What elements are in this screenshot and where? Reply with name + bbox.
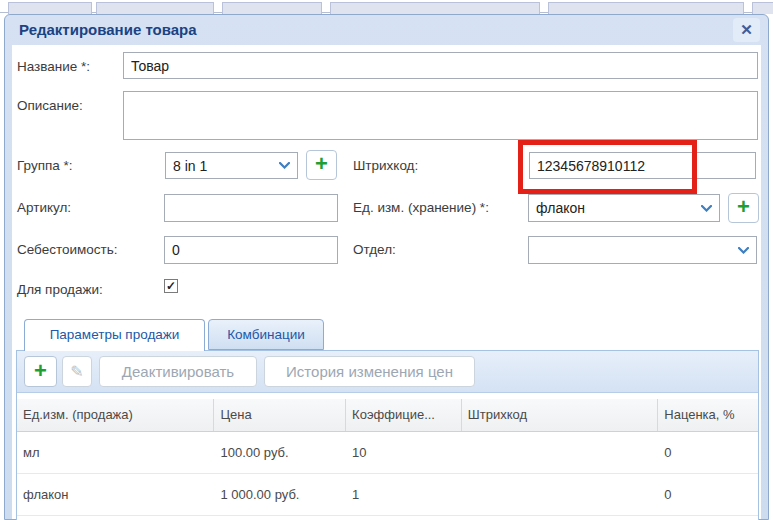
storage-unit-select-value: флакон: [536, 200, 701, 216]
price-history-button[interactable]: История изменения цен: [264, 356, 475, 387]
sale-units-grid: Ед.изм. (продажа)ЦенаКоэффицие...Штрихко…: [17, 399, 758, 520]
add-row-button[interactable]: +: [24, 356, 57, 387]
table-body: мл100.00 руб.100флакон1 000.00 руб.10: [17, 432, 758, 516]
name-input[interactable]: [123, 52, 758, 79]
column-header[interactable]: Ед.изм. (продажа): [17, 399, 214, 431]
column-header[interactable]: Цена: [214, 399, 346, 431]
storage-unit-label: Ед. изм. (хранение) *:: [353, 200, 489, 215]
chevron-down-icon: [738, 247, 749, 254]
description-input[interactable]: [123, 91, 758, 140]
group-label: Группа *:: [17, 158, 73, 173]
background-tab[interactable]: [8, 2, 92, 14]
add-group-button[interactable]: +: [306, 150, 337, 180]
chevron-down-icon: [701, 205, 712, 212]
column-header[interactable]: Штрихкод: [462, 399, 658, 431]
background-tab-strip: [0, 0, 773, 13]
table-row[interactable]: флакон1 000.00 руб.10: [17, 474, 758, 516]
group-select[interactable]: 8 in 1: [165, 152, 298, 179]
table-header-row: Ед.изм. (продажа)ЦенаКоэффицие...Штрихко…: [17, 399, 758, 432]
table-cell: 0: [658, 432, 758, 473]
add-storage-unit-button[interactable]: +: [728, 193, 759, 223]
table-cell: 1 000.00 руб.: [214, 474, 346, 515]
column-header[interactable]: Наценка, %: [658, 399, 758, 431]
department-select[interactable]: [528, 236, 757, 264]
tab-combinations[interactable]: Комбинации: [208, 319, 324, 350]
sku-input[interactable]: [164, 194, 338, 222]
background-tab[interactable]: [548, 2, 744, 14]
background-tab[interactable]: [752, 2, 773, 14]
description-label: Описание:: [17, 98, 83, 113]
chevron-down-icon: [279, 162, 290, 169]
barcode-highlight-annotation: [518, 140, 697, 194]
for-sale-checkbox[interactable]: ✓: [164, 279, 178, 293]
barcode-label: Штрихкод:: [353, 158, 418, 173]
dialog-title: Редактирование товара: [19, 21, 197, 38]
table-row[interactable]: мл100.00 руб.100: [17, 432, 758, 474]
column-header[interactable]: Коэффицие...: [346, 399, 462, 431]
deactivate-button[interactable]: Деактивировать: [99, 356, 257, 387]
table-cell: 1: [346, 474, 462, 515]
table-cell: флакон: [17, 474, 214, 515]
sale-parameters-panel: + ✎ Деактивировать История изменения цен…: [16, 350, 759, 520]
grid-toolbar: + ✎ Деактивировать История изменения цен: [17, 351, 758, 393]
dialog-body: Название *: Описание: Группа *: 8 in 1 +…: [12, 45, 761, 519]
table-cell: 0: [658, 474, 758, 515]
close-icon[interactable]: ✕: [733, 18, 760, 42]
table-cell: 10: [346, 432, 462, 473]
screen: Редактирование товара ✕ Название *: Опис…: [0, 0, 773, 520]
storage-unit-select[interactable]: флакон: [528, 194, 720, 222]
cost-input[interactable]: [164, 236, 338, 264]
background-tab[interactable]: [330, 2, 540, 14]
sku-label: Артикул:: [17, 200, 71, 215]
table-cell: мл: [17, 432, 214, 473]
tab-sale-parameters[interactable]: Параметры продажи: [24, 319, 205, 351]
edit-row-button pencil-icon[interactable]: ✎: [62, 356, 92, 387]
background-tab[interactable]: [222, 2, 322, 14]
name-label: Название *:: [17, 59, 90, 74]
department-label: Отдел:: [353, 242, 396, 257]
background-tab[interactable]: [96, 2, 214, 14]
for-sale-label: Для продажи:: [17, 282, 103, 297]
cost-label: Себестоимость:: [17, 242, 118, 257]
table-cell: [462, 432, 658, 473]
group-select-value: 8 in 1: [173, 158, 279, 174]
table-cell: [462, 474, 658, 515]
edit-product-dialog: Редактирование товара ✕ Название *: Опис…: [4, 14, 769, 520]
dialog-header: Редактирование товара ✕: [5, 15, 768, 45]
table-cell: 100.00 руб.: [214, 432, 346, 473]
